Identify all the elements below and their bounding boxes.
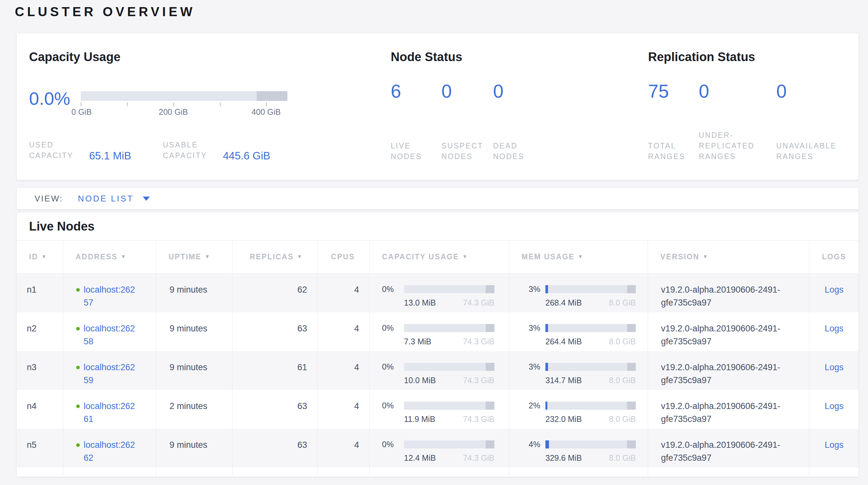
node-address-link[interactable]: localhost:26257	[84, 283, 138, 309]
node-id-cell: n3	[17, 351, 63, 390]
capacity-dark-segment	[486, 363, 494, 371]
suspect-nodes-count: 0	[441, 81, 493, 101]
live-nodes-card: Live Nodes ID▼ ADDRESS▼ UPTIME▼ REPLICAS…	[17, 212, 859, 477]
mem-total-value: 8.0 GiB	[609, 376, 636, 384]
version-cell: v19.2.0-alpha.20190606-2491-gfe735c9a97	[648, 351, 809, 390]
column-header-address[interactable]: ADDRESS▼	[63, 240, 156, 273]
mem-used-value: 314.7 MiB	[546, 376, 582, 384]
unavailable-ranges-count: 0	[776, 81, 857, 101]
version-cell: v19.2.0-alpha.20190606-2491-gfe735c9a97	[648, 429, 809, 467]
mem-usage-bar	[546, 440, 636, 449]
logs-link[interactable]: Logs	[825, 285, 844, 294]
sort-arrow-icon: ▼	[297, 254, 303, 260]
logs-cell: Logs	[809, 274, 859, 312]
version-cell: v19.2.0-alpha.20190606-2491-gfe735c9a97	[648, 312, 809, 351]
node-address-link[interactable]: localhost:26259	[84, 361, 138, 387]
dead-nodes-label: DEAD NODES	[493, 141, 535, 162]
capacity-usage-bar	[404, 363, 494, 371]
cpus-cell: 4	[318, 429, 370, 467]
column-header-mem-usage[interactable]: MEM USAGE▼	[509, 240, 648, 273]
mem-total-value: 8.0 GiB	[609, 415, 636, 423]
node-address-link[interactable]: localhost:26261	[84, 400, 138, 426]
capacity-percent: 0.0%	[29, 88, 81, 109]
capacity-usage-bar	[404, 324, 494, 332]
capacity-dark-segment	[486, 324, 494, 332]
capacity-total-value: 74.3 GiB	[463, 454, 494, 462]
node-address-link[interactable]: localhost:26262	[84, 438, 138, 464]
node-id-cell: n2	[17, 312, 63, 351]
node-address-link[interactable]: localhost:26258	[84, 322, 138, 348]
mem-usage-cell: 2% 232.0 MiB 8.0 GiB	[509, 390, 648, 429]
page-title: CLUSTER OVERVIEW	[15, 4, 195, 19]
logs-cell: Logs	[809, 351, 859, 390]
live-status-icon	[76, 327, 80, 331]
mem-percent-label: 4%	[529, 438, 546, 451]
mem-total-value: 8.0 GiB	[609, 298, 636, 307]
capacity-total-value: 74.3 GiB	[463, 376, 494, 384]
mem-usage-bar	[546, 285, 636, 293]
live-status-icon	[76, 443, 80, 447]
table-row: n3 localhost:26259 9 minutes 61 4 0%	[17, 351, 858, 390]
mem-used-fill	[546, 324, 548, 332]
axis-tick-label: 200 GiB	[159, 107, 188, 117]
column-header-uptime[interactable]: UPTIME▼	[156, 240, 232, 273]
column-header-version[interactable]: VERSION▼	[648, 240, 809, 273]
capacity-percent-label: 0%	[382, 438, 404, 451]
node-address-cell: localhost:26259	[63, 351, 156, 390]
capacity-usage-bar	[404, 440, 494, 449]
unavailable-ranges-label: UNAVAILABLE RANGES	[776, 141, 844, 162]
node-address-cell: localhost:26257	[63, 274, 156, 312]
mem-used-fill	[546, 440, 549, 449]
column-header-capacity-usage[interactable]: CAPACITY USAGE▼	[370, 240, 509, 273]
logs-link[interactable]: Logs	[825, 324, 844, 333]
capacity-total-value: 74.3 GiB	[463, 337, 494, 346]
view-mode-dropdown[interactable]: NODE LIST	[78, 194, 150, 204]
uptime-cell: 9 minutes	[156, 351, 232, 390]
capacity-percent-label: 0%	[382, 360, 404, 373]
replicas-cell: 63	[232, 312, 318, 351]
mem-dark-segment	[627, 402, 636, 410]
mem-usage-bar	[546, 402, 636, 410]
logs-link[interactable]: Logs	[825, 363, 844, 372]
column-header-logs: LOGS	[809, 240, 859, 273]
capacity-usage-cell: 0% 13.0 MiB 74.3 GiB	[370, 274, 509, 312]
mem-usage-cell: 3% 264.4 MiB 8.0 GiB	[509, 312, 648, 351]
version-cell: v19.2.0-alpha.20190606-2491-gfe735c9a97	[648, 390, 809, 429]
column-header-cpus: CPUS	[318, 240, 370, 273]
uptime-cell: 2 minutes	[156, 390, 232, 429]
capacity-bar-dark-segment	[257, 91, 287, 101]
capacity-usage-cell: 0% 7.3 MiB 74.3 GiB	[370, 312, 509, 351]
view-mode-selected: NODE LIST	[78, 194, 134, 204]
table-row: n1 localhost:26257 9 minutes 62 4 0%	[17, 274, 858, 312]
mem-used-value: 232.0 MiB	[546, 415, 582, 423]
usable-capacity-label: USABLE CAPACITY	[163, 140, 218, 161]
capacity-percent-label: 0%	[382, 399, 404, 412]
table-row: n4 localhost:26261 2 minutes 63 4 0%	[17, 390, 858, 429]
node-id-cell: n1	[17, 274, 63, 312]
logs-link[interactable]: Logs	[825, 401, 844, 411]
capacity-bar	[81, 91, 287, 101]
cpus-cell: 4	[318, 312, 370, 351]
capacity-used-value: 12.4 MiB	[404, 454, 436, 462]
column-header-replicas[interactable]: REPLICAS▼	[232, 240, 318, 273]
logs-link[interactable]: Logs	[825, 440, 844, 450]
column-header-id[interactable]: ID▼	[17, 240, 63, 273]
mem-dark-segment	[627, 285, 636, 293]
table-body: n1 localhost:26257 9 minutes 62 4 0%	[17, 274, 858, 467]
capacity-used-value: 7.3 MiB	[404, 337, 431, 346]
table-header-row: ID▼ ADDRESS▼ UPTIME▼ REPLICAS▼ CPUS CAPA…	[17, 240, 858, 274]
live-status-icon	[76, 404, 80, 408]
table-row: n5 localhost:26262 9 minutes 63 4 0%	[17, 429, 858, 467]
logs-cell: Logs	[809, 429, 859, 467]
capacity-dark-segment	[486, 285, 494, 293]
replicas-cell: 62	[232, 274, 318, 312]
replicas-cell: 63	[232, 429, 318, 467]
sort-arrow-icon: ▼	[462, 254, 468, 260]
version-cell: v19.2.0-alpha.20190606-2491-gfe735c9a97	[648, 274, 809, 312]
capacity-usage-heading: Capacity Usage	[29, 50, 300, 64]
view-label: VIEW:	[35, 194, 63, 204]
mem-dark-segment	[627, 324, 636, 332]
view-bar: VIEW: NODE LIST	[17, 188, 859, 209]
sort-arrow-icon: ▼	[205, 254, 211, 260]
capacity-percent-label: 0%	[382, 283, 404, 295]
